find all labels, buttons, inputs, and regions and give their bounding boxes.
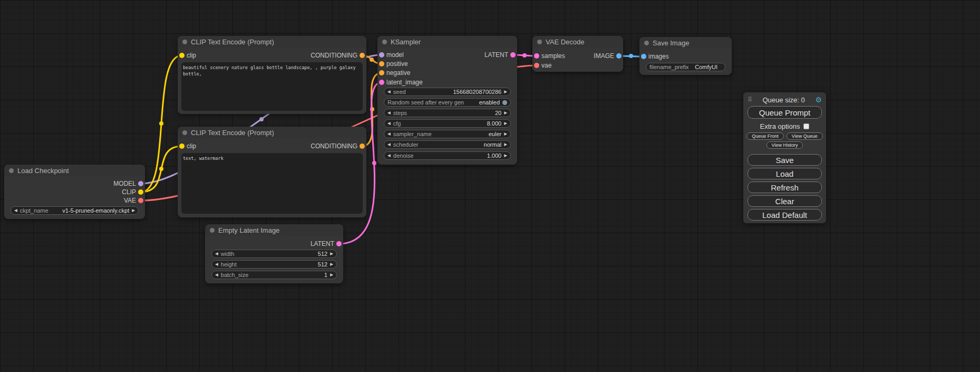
next-value-arrow-icon[interactable]: ▶: [330, 252, 333, 256]
collapse-toggle-icon[interactable]: [9, 168, 14, 173]
input-port-latent-image[interactable]: [379, 80, 384, 85]
node-ksampler[interactable]: KSampler model positive negative latent_…: [377, 36, 517, 165]
next-value-arrow-icon[interactable]: ▶: [504, 90, 507, 94]
node-titlebar[interactable]: CLIP Text Encode (Prompt): [178, 127, 366, 138]
prev-value-arrow-icon[interactable]: ◀: [215, 252, 218, 256]
node-titlebar[interactable]: CLIP Text Encode (Prompt): [178, 36, 366, 47]
link-midpoint-dot: [159, 121, 163, 126]
link-midpoint-dot: [522, 53, 527, 58]
input-port-positive[interactable]: [379, 61, 384, 66]
input-port-clip[interactable]: [179, 53, 185, 58]
queue-prompt-button[interactable]: Queue Prompt: [748, 106, 822, 119]
view-queue-button[interactable]: View Queue: [787, 132, 823, 140]
prev-value-arrow-icon[interactable]: ◀: [387, 111, 391, 115]
load-default-button[interactable]: Load Default: [748, 209, 822, 221]
collapse-toggle-icon[interactable]: [182, 40, 187, 44]
node-load-checkpoint[interactable]: Load Checkpoint MODEL CLIP VAE ◀ ckpt_na…: [4, 165, 145, 219]
collapse-toggle-icon[interactable]: [210, 228, 215, 233]
output-port-image[interactable]: [616, 53, 622, 59]
prev-value-arrow-icon[interactable]: ◀: [215, 262, 218, 266]
node-clip-text-encode-negative[interactable]: CLIP Text Encode (Prompt) clip CONDITION…: [178, 127, 366, 217]
queue-panel: ⠿ Queue size: 0 ⚙ Queue Prompt Extra opt…: [743, 92, 826, 223]
node-title: CLIP Text Encode (Prompt): [191, 129, 274, 137]
settings-gear-icon[interactable]: ⚙: [815, 96, 822, 104]
widget-value: 156680208700286: [453, 89, 501, 95]
output-slot-label-conditioning: CONDITIONING: [311, 142, 357, 150]
output-port-clip[interactable]: [138, 189, 143, 195]
node-empty-latent-image[interactable]: Empty Latent Image LATENT ◀ width 512 ▶ …: [205, 224, 343, 283]
widget-control-after-generate[interactable]: Random seed after every gen enabled: [384, 98, 511, 107]
node-titlebar[interactable]: Save Image: [639, 37, 732, 49]
node-vae-decode[interactable]: VAE Decode samples vae IMAGE: [532, 36, 623, 72]
extra-options-label: Extra options: [760, 122, 800, 130]
extra-options-checkbox[interactable]: [803, 123, 809, 129]
input-port-vae[interactable]: [534, 63, 539, 68]
widget-filename-prefix[interactable]: filename_prefix ComfyUI: [646, 63, 725, 71]
prev-value-arrow-icon[interactable]: ◀: [387, 90, 391, 94]
queue-front-button[interactable]: Queue Front: [746, 132, 784, 140]
save-button[interactable]: Save: [748, 154, 822, 166]
input-port-images[interactable]: [641, 54, 646, 59]
view-history-button[interactable]: View History: [766, 141, 803, 149]
next-value-arrow-icon[interactable]: ▶: [504, 111, 507, 115]
widget-value: v1-5-pruned-emaonly.ckpt: [62, 207, 129, 214]
prev-value-arrow-icon[interactable]: ◀: [387, 132, 391, 136]
collapse-toggle-icon[interactable]: [644, 41, 649, 45]
toggle-indicator-icon[interactable]: [502, 100, 507, 105]
widget-width[interactable]: ◀ width 512 ▶: [211, 250, 337, 258]
prev-value-arrow-icon[interactable]: ◀: [387, 154, 391, 158]
node-title: KSampler: [391, 38, 421, 46]
positive-prompt-textarea[interactable]: beautiful scenery nature glass bottle la…: [181, 62, 363, 111]
widget-denoise[interactable]: ◀ denoise 1.000 ▶: [384, 151, 511, 160]
collapse-toggle-icon[interactable]: [182, 130, 187, 135]
input-port-samples[interactable]: [534, 53, 539, 59]
node-titlebar[interactable]: KSampler: [377, 36, 517, 47]
output-port-vae[interactable]: [138, 198, 143, 203]
next-value-arrow-icon[interactable]: ▶: [330, 273, 333, 277]
widget-batch-size[interactable]: ◀ batch_size 1 ▶: [211, 271, 337, 279]
widget-value: euler: [489, 131, 501, 137]
output-port-latent[interactable]: [336, 241, 342, 246]
clear-button[interactable]: Clear: [748, 195, 822, 207]
prev-value-arrow-icon[interactable]: ◀: [14, 208, 17, 213]
negative-prompt-textarea[interactable]: text, watermark: [181, 153, 363, 214]
widget-sampler-name[interactable]: ◀ sampler_name euler ▶: [384, 130, 511, 138]
next-value-arrow-icon[interactable]: ▶: [504, 154, 507, 158]
widget-seed[interactable]: ◀ seed 156680208700286 ▶: [384, 88, 511, 96]
next-value-arrow-icon[interactable]: ▶: [504, 142, 507, 147]
input-slot-label-clip: clip: [187, 142, 196, 150]
prev-value-arrow-icon[interactable]: ◀: [387, 142, 391, 147]
next-value-arrow-icon[interactable]: ▶: [504, 132, 507, 136]
output-port-model[interactable]: [138, 181, 143, 186]
widget-ckpt-name[interactable]: ◀ ckpt_name v1-5-pruned-emaonly.ckpt ▶: [11, 206, 139, 215]
node-titlebar[interactable]: Empty Latent Image: [205, 224, 343, 236]
node-save-image[interactable]: Save Image images filename_prefix ComfyU…: [639, 37, 732, 75]
node-clip-text-encode-positive[interactable]: CLIP Text Encode (Prompt) clip CONDITION…: [178, 36, 366, 114]
widget-label: seed: [393, 89, 406, 95]
input-port-model[interactable]: [379, 52, 384, 58]
prev-value-arrow-icon[interactable]: ◀: [387, 121, 391, 126]
collapse-toggle-icon[interactable]: [537, 40, 542, 44]
input-port-clip[interactable]: [179, 144, 185, 149]
node-titlebar[interactable]: VAE Decode: [532, 36, 623, 47]
drag-handle-icon[interactable]: ⠿: [748, 96, 752, 103]
next-value-arrow-icon[interactable]: ▶: [132, 208, 135, 213]
load-button[interactable]: Load: [748, 168, 822, 179]
output-slot-label-vae: VAE: [124, 197, 136, 204]
prev-value-arrow-icon[interactable]: ◀: [215, 273, 218, 277]
input-slot-label-images: images: [648, 53, 669, 60]
next-value-arrow-icon[interactable]: ▶: [330, 262, 333, 266]
node-titlebar[interactable]: Load Checkpoint: [4, 165, 145, 176]
widget-cfg[interactable]: ◀ cfg 8.000 ▶: [384, 119, 511, 128]
output-port-conditioning[interactable]: [360, 53, 365, 58]
collapse-toggle-icon[interactable]: [382, 40, 387, 44]
refresh-button[interactable]: Refresh: [748, 182, 822, 193]
output-port-conditioning[interactable]: [360, 144, 365, 149]
input-port-negative[interactable]: [379, 70, 384, 75]
next-value-arrow-icon[interactable]: ▶: [504, 121, 507, 126]
widget-scheduler[interactable]: ◀ scheduler normal ▶: [384, 140, 511, 149]
widget-height[interactable]: ◀ height 512 ▶: [211, 260, 337, 269]
graph-canvas[interactable]: Load Checkpoint MODEL CLIP VAE ◀ ckpt_na…: [0, 0, 980, 372]
output-port-latent[interactable]: [510, 52, 516, 58]
widget-steps[interactable]: ◀ steps 20 ▶: [384, 109, 511, 117]
